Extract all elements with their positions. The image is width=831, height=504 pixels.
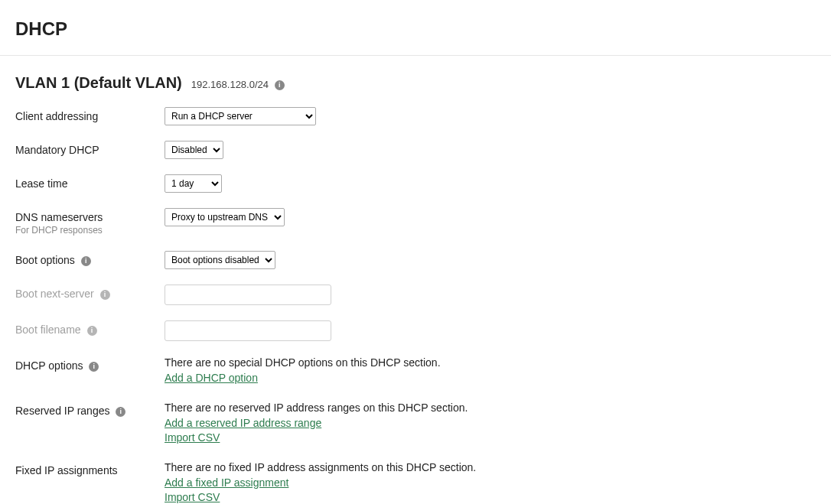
row-boot-options: Boot options i Boot options disabled xyxy=(15,251,816,269)
row-dhcp-options: DHCP options i There are no special DHCP… xyxy=(15,356,816,386)
info-icon[interactable]: i xyxy=(100,290,110,300)
section-divider xyxy=(0,55,831,56)
label-client-addressing: Client addressing xyxy=(15,107,149,122)
vlan-subnet-text: 192.168.128.0/24 xyxy=(191,79,269,90)
label-reserved-ip-text: Reserved IP ranges xyxy=(15,405,109,417)
label-boot-filename: Boot filename i xyxy=(15,320,149,336)
link-import-csv-fixed[interactable]: Import CSV xyxy=(165,491,220,503)
label-boot-next-server: Boot next-server i xyxy=(15,285,149,300)
label-lease-time: Lease time xyxy=(15,174,149,190)
row-client-addressing: Client addressing Run a DHCP server xyxy=(15,107,816,125)
row-dns-nameservers: DNS nameservers For DHCP responses Proxy… xyxy=(15,208,816,236)
row-mandatory-dhcp: Mandatory DHCP Disabled xyxy=(15,141,816,159)
info-icon[interactable]: i xyxy=(87,326,97,336)
label-boot-next-server-text: Boot next-server xyxy=(15,288,94,300)
info-icon[interactable]: i xyxy=(81,256,91,266)
info-icon[interactable]: i xyxy=(116,407,125,417)
input-boot-next-server[interactable] xyxy=(165,285,331,305)
subtext-dns-nameservers: For DHCP responses xyxy=(15,225,149,236)
link-add-dhcp-option[interactable]: Add a DHCP option xyxy=(165,372,258,384)
link-add-fixed-ip[interactable]: Add a fixed IP assignment xyxy=(165,476,288,489)
label-reserved-ip: Reserved IP ranges i xyxy=(15,402,149,417)
input-boot-filename[interactable] xyxy=(165,320,331,341)
row-lease-time: Lease time 1 day xyxy=(15,174,816,193)
label-dns-nameservers: DNS nameservers For DHCP responses xyxy=(15,208,149,236)
link-import-csv-reserved[interactable]: Import CSV xyxy=(165,431,220,444)
vlan-title: VLAN 1 (Default VLAN) xyxy=(15,74,182,92)
row-boot-filename: Boot filename i xyxy=(15,320,816,341)
info-icon[interactable]: i xyxy=(275,80,285,90)
label-boot-options-text: Boot options xyxy=(15,254,75,266)
label-boot-options: Boot options i xyxy=(15,251,149,266)
row-reserved-ip: Reserved IP ranges i There are no reserv… xyxy=(15,402,816,446)
label-fixed-ip: Fixed IP assignments xyxy=(15,461,149,476)
row-fixed-ip: Fixed IP assignments There are no fixed … xyxy=(15,461,816,504)
label-boot-filename-text: Boot filename xyxy=(15,324,81,336)
vlan-header: VLAN 1 (Default VLAN) 192.168.128.0/24 i xyxy=(15,74,816,92)
select-boot-options[interactable]: Boot options disabled xyxy=(165,251,275,269)
select-mandatory-dhcp[interactable]: Disabled xyxy=(165,141,223,159)
link-add-reserved-ip[interactable]: Add a reserved IP address range xyxy=(165,417,321,429)
info-icon[interactable]: i xyxy=(89,362,99,372)
reserved-ip-empty-text: There are no reserved IP address ranges … xyxy=(165,402,816,414)
fixed-ip-empty-text: There are no fixed IP address assignment… xyxy=(165,461,816,473)
select-client-addressing[interactable]: Run a DHCP server xyxy=(165,107,316,125)
label-dhcp-options-text: DHCP options xyxy=(15,359,83,372)
select-dns-nameservers[interactable]: Proxy to upstream DNS xyxy=(165,208,285,226)
select-lease-time[interactable]: 1 day xyxy=(165,174,222,193)
row-boot-next-server: Boot next-server i xyxy=(15,285,816,305)
label-dhcp-options: DHCP options i xyxy=(15,356,149,372)
label-dns-nameservers-text: DNS nameservers xyxy=(15,211,149,223)
page-title: DHCP xyxy=(15,18,816,40)
label-mandatory-dhcp: Mandatory DHCP xyxy=(15,141,149,156)
vlan-subnet: 192.168.128.0/24 i xyxy=(191,79,285,90)
dhcp-options-empty-text: There are no special DHCP options on thi… xyxy=(165,356,816,369)
